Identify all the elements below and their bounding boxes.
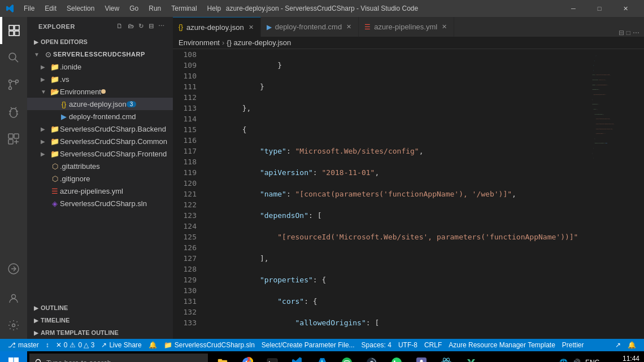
systray-volume[interactable]: 🔊 (572, 359, 581, 362)
outline-section[interactable]: ▶ OUTLINE (27, 302, 173, 314)
tab-close[interactable]: ✕ (247, 23, 255, 32)
maximize-button[interactable]: □ (586, 0, 612, 17)
tab-pipelines[interactable]: ☰ azure-pipelines.yml ✕ (359, 17, 454, 37)
activity-remote[interactable] (0, 255, 27, 282)
close-button[interactable]: ✕ (612, 0, 638, 17)
scrollbar-track[interactable] (636, 49, 644, 339)
systray-lang[interactable]: ENG (585, 359, 600, 362)
tree-item-deploy-frontend[interactable]: ▶ deploy-frontend.cmd (27, 110, 173, 123)
menu-selection[interactable]: Selection (62, 3, 99, 14)
activity-source-control[interactable] (0, 71, 27, 98)
encoding[interactable]: UTF-8 (395, 339, 421, 351)
tree-item-environment[interactable]: ▼ 📂 Environment (27, 85, 173, 98)
select-param[interactable]: Select/Create Parameter File... (258, 339, 358, 351)
tree-item-gitattributes[interactable]: ⬡ .gitattributes (27, 160, 173, 172)
tree-item-azure-deploy[interactable]: {} azure-deploy.json 3 (27, 98, 173, 110)
minimize-button[interactable]: ─ (560, 0, 586, 17)
taskbar-azure[interactable] (310, 351, 334, 362)
sync-button[interactable]: ↕ (42, 339, 53, 351)
tabs-bar: {} azure-deploy.json ✕ ▶ deploy-frontend… (173, 17, 644, 37)
menu-go[interactable]: Go (125, 3, 143, 14)
code-content[interactable]: } } }, { "type": "Microsoft.Web/sites/co… (201, 49, 591, 339)
git-branch[interactable]: ⎇ master (5, 339, 42, 351)
taskbar-steam[interactable] (359, 351, 384, 362)
tree-item-gitignore[interactable]: ⬡ .gitignore (27, 172, 173, 185)
formatter[interactable]: Prettier (559, 339, 588, 351)
window-controls[interactable]: ─ □ ✕ (560, 0, 638, 17)
tree-item-pipelines[interactable]: ☰ azure-pipelines.yml (27, 185, 173, 197)
tab-deploy-frontend[interactable]: ▶ deploy-frontend.cmd ✕ (261, 17, 359, 37)
tree-item-vs[interactable]: ▶ 📁 .vs (27, 73, 173, 85)
refresh-icon[interactable]: ↻ (137, 21, 145, 31)
new-folder-icon[interactable]: 🗁 (127, 21, 136, 31)
activity-debug[interactable] (0, 98, 27, 125)
menu-terminal[interactable]: Terminal (167, 3, 201, 14)
tree-item-ionide[interactable]: ▶ 📁 .ionide (27, 60, 173, 73)
root-folder[interactable]: ▼ ⊙ SERVERLESSCRUDCSHARP (27, 48, 173, 60)
language-mode[interactable]: Azure Resource Manager Template (445, 339, 559, 351)
remote-button[interactable]: ↗ (612, 339, 624, 351)
more-tabs-icon[interactable]: ⋯ (633, 29, 639, 37)
tree-item-frontend[interactable]: ▶ 📁 ServerlessCrudCSharp.Frontend (27, 147, 173, 160)
svg-point-8 (12, 324, 15, 327)
taskbar-vscode[interactable] (285, 351, 310, 362)
teams-icon (416, 357, 427, 362)
git-icon: ⎇ (8, 341, 16, 349)
repo-name[interactable]: 📁 ServerlessCrudCSharp.sln (160, 339, 258, 351)
open-editors-arrow: ▶ (34, 39, 38, 45)
taskbar-file-explorer[interactable] (210, 351, 235, 362)
tab-close[interactable]: ✕ (441, 22, 448, 32)
more-actions-icon[interactable]: ⋯ (157, 21, 166, 31)
taskbar-terminal[interactable] (260, 351, 285, 362)
tree-item-backend[interactable]: ▶ 📁 ServerlessCrudCSharp.Backend (27, 123, 173, 135)
activity-account[interactable] (0, 285, 27, 312)
timeline-section[interactable]: ▶ TIMELINE (27, 314, 173, 326)
error-count[interactable]: ✕ 0 ⚠ 0 △ 3 (53, 339, 98, 351)
line-endings[interactable]: CRLF (421, 339, 445, 351)
taskbar-search-text: Type here to search (46, 359, 111, 363)
menu-view[interactable]: View (100, 3, 124, 14)
item-label: .gitignore (60, 175, 90, 183)
notifications[interactable]: 🔔 (145, 339, 160, 351)
taskbar-search-box[interactable]: Type here to search (29, 354, 208, 362)
file-explorer-icon (217, 357, 228, 362)
start-button[interactable] (0, 351, 27, 362)
collapse-icon[interactable]: ⊟ (147, 21, 155, 31)
system-clock[interactable]: 11:44 02/08/2020 (606, 355, 639, 362)
remote-icon: ↗ (615, 341, 621, 349)
sidebar-header-actions[interactable]: 🗋 🗁 ↻ ⊟ ⋯ (115, 21, 166, 31)
menu-edit[interactable]: Edit (40, 3, 61, 14)
titlebar-menu[interactable]: File Edit Selection View Go Run Terminal… (19, 3, 225, 14)
svg-point-1 (9, 80, 12, 83)
activity-extensions[interactable] (0, 125, 27, 152)
tabs-actions[interactable]: ⊟ □ ⋯ (619, 29, 644, 37)
tab-close[interactable]: ✕ (345, 22, 353, 32)
activity-settings[interactable] (0, 312, 27, 339)
notifications-button[interactable]: 🔔 (624, 339, 639, 351)
vscode-logo (6, 4, 15, 13)
systray-network[interactable]: 🌐 (559, 359, 568, 362)
taskbar-react[interactable] (434, 351, 459, 362)
menu-run[interactable]: Run (144, 3, 166, 14)
toggle-panel-icon[interactable]: □ (626, 29, 630, 37)
taskbar-teams[interactable] (409, 351, 434, 362)
menu-help[interactable]: Help (203, 3, 226, 14)
new-file-icon[interactable]: 🗋 (115, 21, 124, 31)
taskbar-chrome[interactable] (235, 351, 260, 362)
menu-file[interactable]: File (19, 3, 39, 14)
open-editors-section[interactable]: ▶ OPEN EDITORS (27, 36, 173, 48)
arm-section[interactable]: ▶ ARM TEMPLATE OUTLINE (27, 326, 173, 339)
taskbar-spotify[interactable] (334, 351, 359, 362)
breadcrumb-file[interactable]: {} azure-deploy.json (227, 38, 291, 47)
tree-item-sln[interactable]: ◈ ServerlessCrudCSharp.sln (27, 197, 173, 210)
live-share[interactable]: ↗ Live Share (98, 339, 145, 351)
taskbar-whatsapp[interactable] (384, 351, 409, 362)
tab-azure-deploy[interactable]: {} azure-deploy.json ✕ (173, 17, 261, 37)
split-editor-icon[interactable]: ⊟ (619, 29, 624, 37)
breadcrumb-env[interactable]: Environment (179, 38, 220, 47)
activity-explorer[interactable] (0, 17, 27, 44)
tree-item-common[interactable]: ▶ 📁 ServerlessCrudCSharp.Common (27, 135, 173, 147)
taskbar-vuejs[interactable] (459, 351, 484, 362)
activity-search[interactable] (0, 44, 27, 71)
spaces[interactable]: Spaces: 4 (358, 339, 395, 351)
